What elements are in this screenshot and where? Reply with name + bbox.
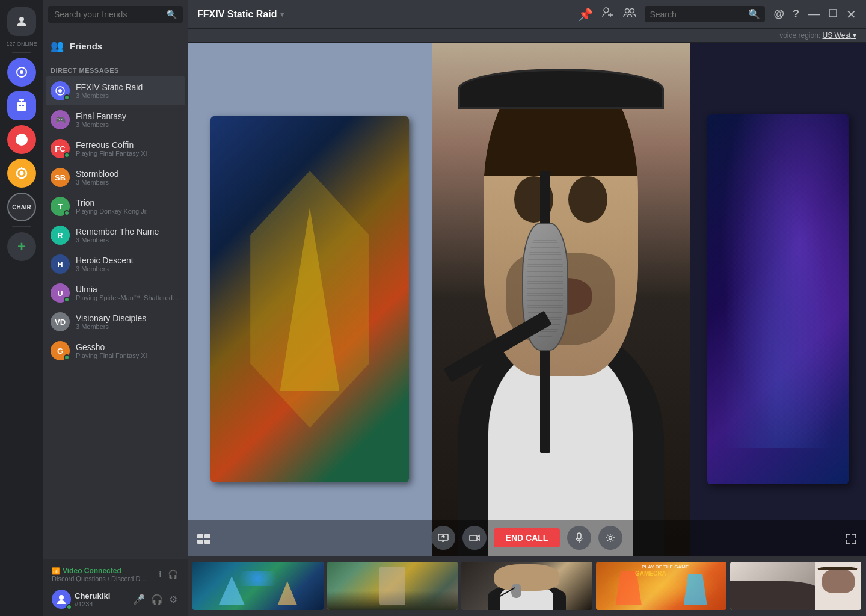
voice-region-value[interactable]: US West ▾ bbox=[823, 31, 856, 40]
fantasy-artwork bbox=[707, 114, 849, 485]
dm-info-trion: Trion Playing Donkey Kong Jr. bbox=[76, 198, 180, 215]
dm-sub-visionary: 3 Members bbox=[76, 323, 180, 330]
top-bar-search-icon: 🔍 bbox=[748, 8, 760, 20]
channel-sidebar: 🔍 👥 Friends DIRECT MESSAGES FFXIV Static… bbox=[43, 0, 188, 616]
svg-rect-24 bbox=[204, 540, 210, 544]
server-separator-2 bbox=[12, 226, 31, 227]
minimize-icon[interactable]: — bbox=[808, 7, 820, 21]
server-icon-robot[interactable] bbox=[7, 91, 36, 120]
voice-info-button[interactable]: ℹ bbox=[158, 568, 163, 581]
user-settings-button[interactable]: ⚙ bbox=[167, 592, 179, 607]
channel-dropdown-arrow[interactable]: ▾ bbox=[280, 10, 284, 19]
user-control-buttons: 🎤 🎧 ⚙ bbox=[131, 592, 179, 607]
status-dot-trion bbox=[64, 210, 70, 216]
dm-item-trion[interactable]: T Trion Playing Donkey Kong Jr. ✕ bbox=[46, 192, 185, 221]
dm-info-ffxiv: FFXIV Static Raid 3 Members bbox=[76, 82, 180, 99]
headphones bbox=[458, 69, 664, 109]
username-label: Cherukiki bbox=[75, 591, 127, 600]
main-content: FFXIV Static Raid ▾ 📌 bbox=[188, 0, 866, 616]
dm-name-remember: Remember The Name bbox=[76, 227, 180, 236]
dm-item-ulmia[interactable]: U Ulmia Playing Spider-Man™: Shattered D… bbox=[46, 279, 185, 307]
voice-region-bar: voice region: US West ▾ bbox=[188, 29, 866, 43]
thumbnail-1[interactable] bbox=[192, 562, 324, 610]
user-controls: Cherukiki #1234 🎤 🎧 ⚙ bbox=[48, 587, 183, 611]
channel-name: FFXIV Static Raid ▾ bbox=[197, 9, 284, 20]
group-dm-icon[interactable] bbox=[623, 6, 636, 22]
video-area: END CALL bbox=[188, 43, 866, 616]
dm-item-heroic[interactable]: H Heroic Descent 3 Members ✕ bbox=[46, 250, 185, 279]
server-icon-chair[interactable]: CHAIR bbox=[7, 192, 36, 221]
thumbnail-2[interactable] bbox=[327, 562, 458, 610]
thumbnail-strip: PLAY OF THE GAME GAMECRA bbox=[188, 556, 866, 616]
user-home-icon[interactable] bbox=[7, 7, 36, 36]
top-bar-search-input[interactable] bbox=[650, 10, 743, 19]
dm-avatar-ffxiv bbox=[51, 81, 70, 100]
svg-rect-3 bbox=[17, 102, 26, 111]
voice-connected-info: 📶 Video Connected Discord Questions / Di… bbox=[52, 567, 146, 582]
add-server-button[interactable]: + bbox=[7, 232, 36, 261]
dm-info-remember: Remember The Name 3 Members bbox=[76, 227, 180, 244]
svg-point-13 bbox=[58, 89, 62, 93]
dm-avatar-stormblood: SB bbox=[51, 168, 70, 187]
voice-headset-button[interactable]: 🎧 bbox=[167, 568, 179, 581]
dm-section-label: DIRECT MESSAGES bbox=[43, 57, 188, 76]
friends-header[interactable]: 👥 Friends bbox=[43, 29, 188, 57]
help-icon[interactable]: ? bbox=[793, 8, 799, 20]
dm-item-stormblood[interactable]: SB Stormblood 3 Members ✕ bbox=[46, 163, 185, 192]
dm-item-visionary[interactable]: VD Visionary Disciples 3 Members ✕ bbox=[46, 307, 185, 336]
pin-icon[interactable]: 📌 bbox=[578, 7, 593, 22]
video-person-area bbox=[432, 43, 690, 556]
search-friends-icon: 🔍 bbox=[167, 10, 177, 19]
share-screen-button[interactable] bbox=[431, 526, 455, 550]
server-sidebar: 127 ONLINE CHAIR + bbox=[0, 0, 43, 616]
mic-button[interactable] bbox=[567, 526, 591, 550]
status-dot-online bbox=[64, 94, 70, 100]
dm-info-heroic: Heroic Descent 3 Members bbox=[76, 256, 180, 273]
thumbnail-4[interactable]: PLAY OF THE GAME GAMECRA bbox=[596, 562, 727, 610]
dm-avatar-ulmia: U bbox=[51, 283, 70, 303]
art-panel-right bbox=[690, 43, 866, 556]
camera-button[interactable] bbox=[462, 526, 487, 550]
deafen-button[interactable]: 🎧 bbox=[149, 592, 165, 607]
top-bar-actions: 📌 bbox=[578, 6, 856, 22]
svg-point-2 bbox=[20, 70, 23, 74]
thumbnail-3[interactable] bbox=[461, 562, 592, 610]
close-icon[interactable]: ✕ bbox=[846, 7, 856, 22]
online-count: 127 ONLINE bbox=[6, 41, 37, 47]
friends-label: Friends bbox=[70, 41, 102, 51]
thumbnail-5[interactable] bbox=[730, 562, 861, 610]
user-name-area: Cherukiki #1234 bbox=[75, 591, 127, 608]
search-friends-input[interactable] bbox=[54, 10, 163, 19]
dm-item-ffxiv[interactable]: FFXIV Static Raid 3 Members ✕ bbox=[46, 76, 185, 105]
dm-item-ferreous[interactable]: FC Ferreous Coffin Playing Final Fantasy… bbox=[46, 134, 185, 163]
dm-info-ulmia: Ulmia Playing Spider-Man™: Shattered Dim… bbox=[76, 285, 180, 301]
svg-point-18 bbox=[625, 9, 630, 13]
dm-item-remember[interactable]: R Remember The Name 3 Members ✕ bbox=[46, 221, 185, 250]
mute-button[interactable]: 🎤 bbox=[131, 592, 147, 607]
end-call-button[interactable]: END CALL bbox=[494, 528, 560, 547]
search-friends-box[interactable]: 🔍 bbox=[48, 6, 183, 23]
grid-layout-button[interactable] bbox=[197, 534, 210, 547]
svg-rect-27 bbox=[577, 533, 581, 539]
dm-name-ffxiv: FFXIV Static Raid bbox=[76, 82, 180, 92]
svg-point-9 bbox=[20, 171, 24, 176]
status-dot-ferreous bbox=[64, 152, 70, 158]
call-settings-button[interactable] bbox=[598, 526, 622, 550]
video-controls: END CALL bbox=[188, 520, 866, 556]
dm-sub-ulmia: Playing Spider-Man™: Shattered Dimen... bbox=[76, 294, 180, 301]
fullscreen-button[interactable] bbox=[846, 534, 856, 547]
dm-item-final-fantasy[interactable]: 🎮 Final Fantasy 3 Members ✕ bbox=[46, 105, 185, 134]
add-friend-icon[interactable] bbox=[601, 6, 615, 22]
user-status-dot bbox=[66, 604, 72, 610]
mention-icon[interactable]: @ bbox=[773, 8, 784, 20]
dm-avatar-trion: T bbox=[51, 197, 70, 216]
server-icon-overwatch[interactable] bbox=[7, 159, 36, 188]
server-icon-red[interactable] bbox=[7, 125, 36, 154]
server-icon-blue[interactable] bbox=[7, 58, 36, 87]
zelda-artwork bbox=[210, 116, 408, 483]
dm-sub-gessho: Playing Final Fantasy XI bbox=[76, 352, 180, 359]
top-bar-search-box[interactable]: 🔍 bbox=[645, 6, 765, 22]
maximize-icon[interactable] bbox=[828, 7, 838, 21]
dm-item-gessho[interactable]: G Gessho Playing Final Fantasy XI ✕ bbox=[46, 336, 185, 365]
svg-rect-4 bbox=[19, 105, 21, 106]
